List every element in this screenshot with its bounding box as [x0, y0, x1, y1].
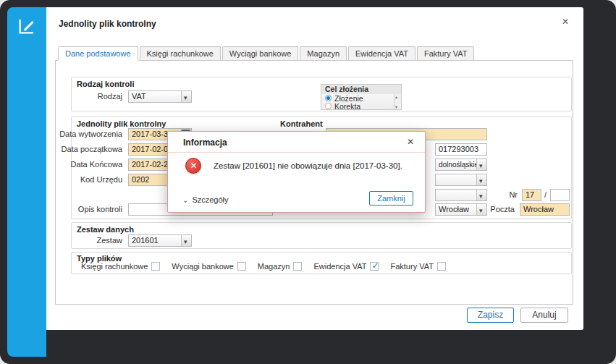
option-korekta[interactable]: Korekta	[321, 102, 401, 110]
info-dialog: Informacja Zestaw [201601] nie obowiązuj…	[167, 131, 426, 213]
miejscowosc-select[interactable]: Wrocław	[435, 203, 487, 216]
details-toggle[interactable]: Szczegóły	[182, 195, 229, 204]
window-title: Jednolity plik kontrolny	[59, 19, 156, 29]
filetype-ksiegi-rachunkowe: Księgi rachunkowe	[81, 262, 160, 271]
group-typy-plikow: Typy plików Księgi rachunkowe Wyciągi ba…	[71, 252, 572, 274]
data-poczatkowa-label: Data początkowa	[62, 143, 122, 156]
chevron-down-icon	[182, 196, 188, 204]
tab-ksiegi-rachunkowe[interactable]: Księgi rachunkowe	[140, 46, 221, 60]
edit-document-icon[interactable]	[17, 16, 37, 36]
dialog-message: Zestaw [201601] nie obowiązuje dnia [201…	[214, 161, 402, 170]
option-label: Korekta	[334, 102, 360, 111]
scroll-down-icon[interactable]	[395, 104, 397, 109]
checkbox-label: Magazyn	[258, 262, 290, 271]
poczta-label: Poczta	[490, 203, 515, 216]
tab-wyciagi-bankowe[interactable]: Wyciągi bankowe	[222, 46, 299, 60]
app-frame: Jednolity plik kontrolny Dane podstawowe…	[0, 0, 616, 364]
nr-label: Nr	[509, 189, 518, 201]
faktury-vat-checkbox[interactable]	[437, 262, 446, 271]
poczta-field[interactable]: Wrocław	[520, 203, 570, 216]
chevron-down-icon	[476, 159, 486, 170]
date-value: 2017-02-01	[132, 145, 172, 153]
filetype-wyciagi-bankowe: Wyciągi bankowe	[172, 262, 246, 271]
kontrahent-title: Kontrahent	[280, 119, 323, 128]
regon-field[interactable]: 017293003	[435, 143, 487, 156]
nr-lokal-field[interactable]	[550, 189, 570, 201]
error-icon	[185, 158, 201, 174]
rodzaj-label: Rodzaj	[98, 90, 122, 103]
zlozenie-radio[interactable]	[325, 95, 332, 101]
tab-dane-podstawowe[interactable]: Dane podstawowe	[58, 46, 138, 60]
cel-zlozenia-list: Cel złożenia Złożenie Korekta	[321, 84, 402, 110]
tab-faktury-vat[interactable]: Faktury VAT	[417, 46, 475, 60]
select-value: dolnośląskie	[439, 161, 478, 169]
chevron-down-icon	[181, 235, 191, 246]
group-title: Jednolity plik kontrolny	[77, 119, 166, 128]
filetype-ewidencja-vat: Ewidencja VAT	[313, 262, 379, 271]
window-close-icon[interactable]	[560, 16, 572, 27]
chevron-down-icon	[476, 174, 486, 185]
kontrahent-select-4[interactable]	[435, 174, 487, 186]
ksiegi-rachunkowe-checkbox[interactable]	[151, 262, 160, 271]
dialog-header: Informacja	[168, 132, 425, 153]
tab-ewidencja-vat[interactable]: Ewidencja VAT	[348, 46, 415, 60]
tab-bar: Dane podstawowe Księgi rachunkowe Wyciąg…	[58, 46, 474, 60]
wojewodztwo-select[interactable]: dolnośląskie	[435, 158, 487, 171]
checkbox-label: Ewidencja VAT	[313, 262, 366, 271]
date-value: 2017-02-28	[132, 160, 172, 169]
korekta-radio[interactable]	[325, 103, 332, 109]
cancel-button[interactable]: Anuluj	[520, 308, 568, 323]
dialog-close-button[interactable]: Zamknij	[369, 191, 413, 206]
zestaw-select[interactable]: 201601	[128, 234, 192, 247]
rodzaj-select[interactable]: VAT	[128, 90, 192, 103]
dialog-close-icon[interactable]	[406, 137, 416, 147]
cel-zlozenia-title: Cel złożenia	[321, 85, 401, 94]
scroll-up-icon[interactable]	[395, 94, 397, 99]
chevron-down-icon	[476, 190, 486, 200]
magazyn-checkbox[interactable]	[293, 262, 302, 271]
group-title: Zestaw danych	[77, 225, 134, 234]
chevron-down-icon	[181, 91, 191, 102]
tab-magazyn[interactable]: Magazyn	[300, 46, 347, 60]
details-label: Szczegóły	[192, 195, 228, 204]
checkbox-label: Wyciągi bankowe	[172, 262, 234, 271]
rodzaj-select-value: VAT	[132, 92, 146, 101]
option-zlozenie[interactable]: Złożenie	[321, 94, 401, 102]
checkbox-label: Księgi rachunkowe	[81, 262, 148, 271]
kod-urzedu-label: Kod Urzędu	[80, 174, 122, 186]
group-zestaw-danych: Zestaw danych Zestaw 201601	[71, 222, 572, 249]
nr-field[interactable]: 17	[522, 189, 541, 201]
chevron-down-icon	[476, 204, 486, 215]
select-value: Wrocław	[439, 205, 469, 213]
select-value: 0202	[132, 175, 149, 184]
filetype-checkbox-row: Księgi rachunkowe Wyciągi bankowe Magazy…	[81, 262, 457, 271]
data-koncowa-label: Data Końcowa	[70, 158, 122, 171]
select-value: 201601	[132, 236, 159, 245]
filetype-magazyn: Magazyn	[258, 262, 303, 271]
date-value: 2017-03-30	[132, 130, 172, 138]
list-scrollbar[interactable]	[394, 94, 401, 109]
wyciagi-bankowe-checkbox[interactable]	[237, 262, 246, 271]
save-button[interactable]: Zapisz	[467, 308, 514, 323]
sidebar	[7, 7, 46, 357]
nr-separator: /	[544, 189, 547, 201]
group-rodzaj-kontroli: Rodzaj kontroli Rodzaj VAT Cel złożenia …	[71, 77, 572, 111]
data-wytworzenia-label: Data wytworzenia	[59, 128, 122, 140]
opis-kontroli-label: Opis kontroli	[78, 203, 122, 216]
kontrahent-select-5[interactable]	[435, 189, 487, 201]
zestaw-label: Zestaw	[97, 234, 122, 247]
ewidencja-vat-checkbox[interactable]	[370, 262, 379, 271]
checkbox-label: Faktury VAT	[390, 262, 434, 271]
group-title: Rodzaj kontroli	[77, 80, 134, 88]
filetype-faktury-vat: Faktury VAT	[390, 262, 446, 271]
dialog-title: Informacja	[183, 137, 227, 148]
